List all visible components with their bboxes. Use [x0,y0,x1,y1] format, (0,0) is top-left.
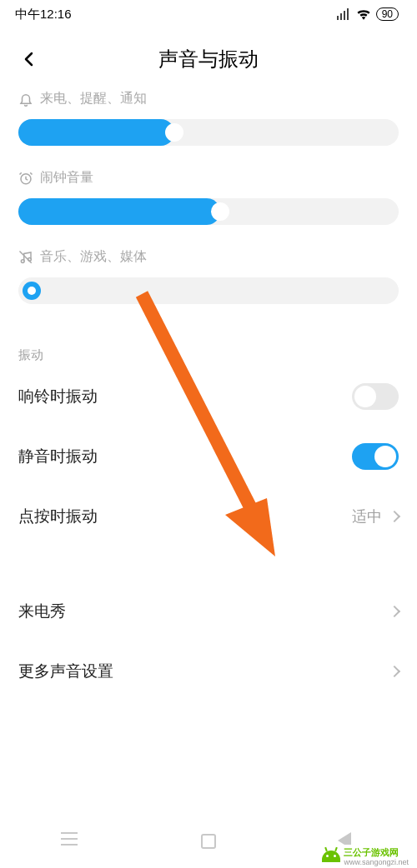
back-button[interactable] [15,45,43,73]
watermark-url: www.sangongzi.net [344,859,409,866]
svg-point-5 [21,259,24,262]
bell-icon [18,92,33,107]
row-more-sound-label: 更多声音设置 [18,661,113,682]
row-vibrate-on-ring[interactable]: 响铃时振动 [18,367,399,427]
watermark-brand: 三公子游戏网 [344,847,399,857]
slider-media-track[interactable] [18,277,399,304]
row-more-sound[interactable]: 更多声音设置 [18,641,399,701]
back-icon [22,52,37,67]
row-incoming-show[interactable]: 来电秀 [18,581,399,641]
music-mute-icon [18,250,33,265]
watermark: 三公子游戏网 www.sangongzi.net [319,845,412,868]
row-vibrate-on-ring-label: 响铃时振动 [18,386,98,407]
slider-ringer-label: 来电、提醒、通知 [40,90,147,107]
toggle-vibrate-on-silent[interactable] [352,443,399,470]
section-vibration: 振动 [18,347,399,363]
status-time: 中午12:16 [15,7,72,22]
slider-media-label: 音乐、游戏、媒体 [40,248,147,266]
slider-media: 音乐、游戏、媒体 [18,248,399,304]
slider-ringer: 来电、提醒、通知 [18,90,399,146]
row-tap-vibrate-label: 点按时振动 [18,506,98,527]
page-title: 声音与振动 [0,46,417,72]
slider-alarm: 闹钟音量 [18,169,399,225]
nav-recent-button[interactable] [61,832,79,851]
row-vibrate-on-silent[interactable]: 静音时振动 [18,427,399,486]
slider-alarm-track[interactable] [18,198,399,225]
status-bar: 中午12:16 90 [0,0,417,28]
alarm-icon [18,171,33,186]
battery-icon: 90 [376,7,399,21]
slider-ringer-track[interactable] [18,119,399,146]
row-vibrate-on-silent-label: 静音时振动 [18,446,98,467]
chevron-right-icon [389,511,400,522]
row-tap-vibrate[interactable]: 点按时振动 适中 [18,486,399,546]
wifi-icon [356,8,371,20]
chevron-right-icon [389,666,400,677]
header: 声音与振动 [0,28,417,90]
nav-home-button[interactable] [201,834,216,849]
row-tap-vibrate-value: 适中 [352,506,382,526]
signal-icon [336,8,351,20]
slider-alarm-label: 闹钟音量 [40,169,93,187]
chevron-right-icon [389,606,400,617]
android-icon [322,851,340,862]
toggle-vibrate-on-ring[interactable] [352,383,399,410]
status-icons: 90 [336,7,399,21]
row-incoming-show-label: 来电秀 [18,601,66,622]
